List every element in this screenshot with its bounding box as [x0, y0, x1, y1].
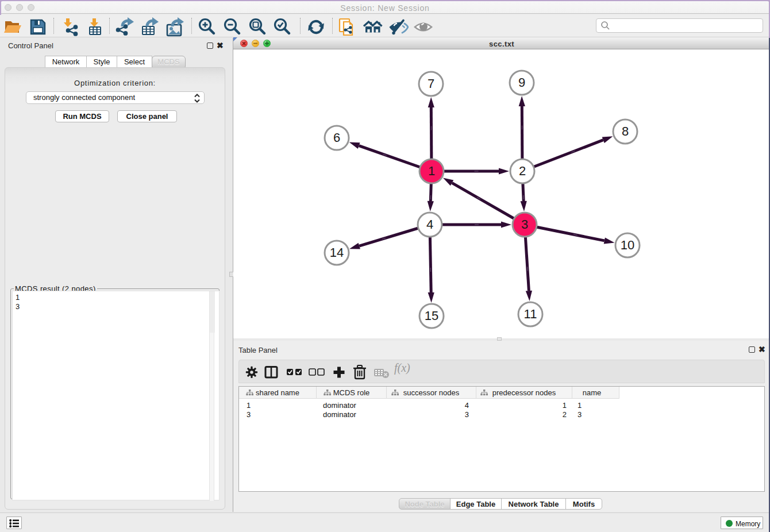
svg-text:9: 9 — [518, 75, 525, 90]
svg-text:11: 11 — [524, 307, 537, 321]
svg-text:10: 10 — [621, 238, 634, 252]
svg-text:6: 6 — [333, 130, 340, 145]
svg-text:2: 2 — [519, 164, 526, 178]
svg-text:7: 7 — [428, 76, 434, 91]
svg-text:15: 15 — [425, 309, 438, 323]
svg-text:4: 4 — [426, 217, 433, 232]
svg-text:8: 8 — [622, 124, 629, 138]
svg-text:3: 3 — [521, 217, 528, 232]
svg-text:14: 14 — [330, 245, 344, 260]
svg-text:1: 1 — [428, 164, 435, 178]
